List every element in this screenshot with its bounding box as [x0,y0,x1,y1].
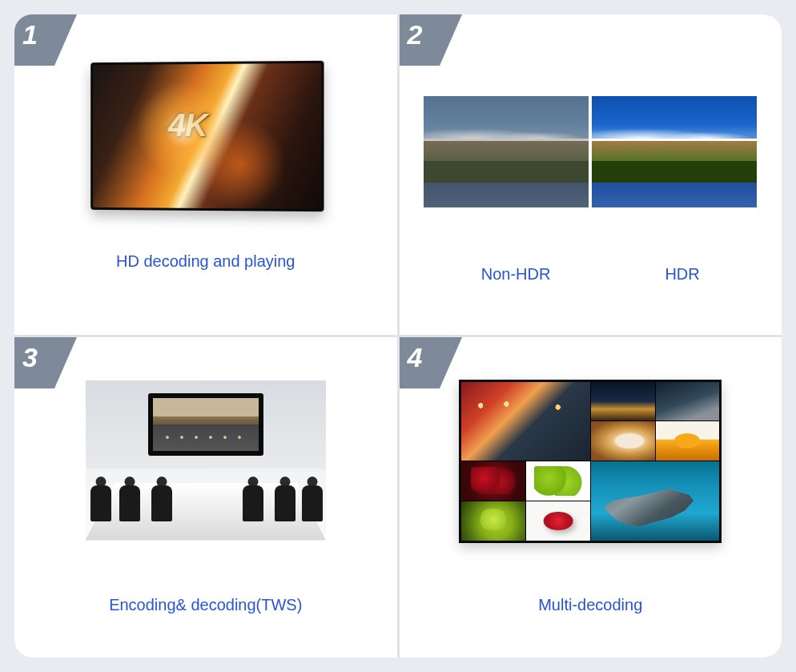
person-silhouette [151,477,172,521]
cell-number: 1 [22,19,37,50]
cell-number-badge: 1 [14,14,77,66]
feature-cell-3: 3 Encoding& decoding(TWS) [14,337,397,658]
cell-number: 2 [408,19,422,50]
hdr-label: HDR [665,265,699,284]
feature-cell-1: 1 4K HD decoding and playing [14,14,397,335]
feature-cell-4: 4 Multi-decoding [400,337,782,658]
video-wall-illustration [459,380,722,543]
person-silhouette [275,477,295,521]
wall-tile [656,382,720,421]
four-k-text: 4K [168,107,207,143]
person-silhouette [119,477,140,521]
feature-image [400,42,782,230]
feature-label: Multi-decoding [538,596,642,614]
cell-number-badge: 4 [400,337,462,388]
cell-number-badge: 3 [14,337,77,388]
person-silhouette [302,477,323,521]
cell-number-badge: 2 [400,14,462,66]
hdr-sample-image [592,96,757,207]
conference-room-illustration [86,380,326,541]
wall-tile [461,382,590,461]
feature-grid: 1 4K HD decoding and playing 2 Non-HDR H… [14,14,782,658]
feature-image [400,364,782,553]
feature-image: 4K [14,42,397,230]
wall-tile [591,461,720,541]
non-hdr-label: Non-HDR [481,265,551,284]
wall-screen-icon [148,393,263,456]
cell-number: 3 [22,342,37,373]
feature-label: HD decoding and playing [116,252,295,271]
feature-image [14,364,397,553]
wall-tile [526,461,590,501]
wall-tile [591,421,655,461]
feature-cell-2: 2 Non-HDR HDR [400,14,782,335]
wall-tile [461,461,525,501]
feature-label: Encoding& decoding(TWS) [109,596,302,614]
wall-tile [461,501,525,541]
wall-tile [526,501,590,541]
person-silhouette [90,477,111,521]
non-hdr-sample-image [424,96,589,207]
wall-tile [656,421,720,461]
hdr-labels-row: Non-HDR HDR [424,265,757,284]
wall-tile [591,382,655,421]
cell-number: 4 [408,342,422,373]
tv-4k-illustration: 4K [90,60,324,211]
person-silhouette [243,477,263,521]
hdr-comparison [424,96,757,207]
